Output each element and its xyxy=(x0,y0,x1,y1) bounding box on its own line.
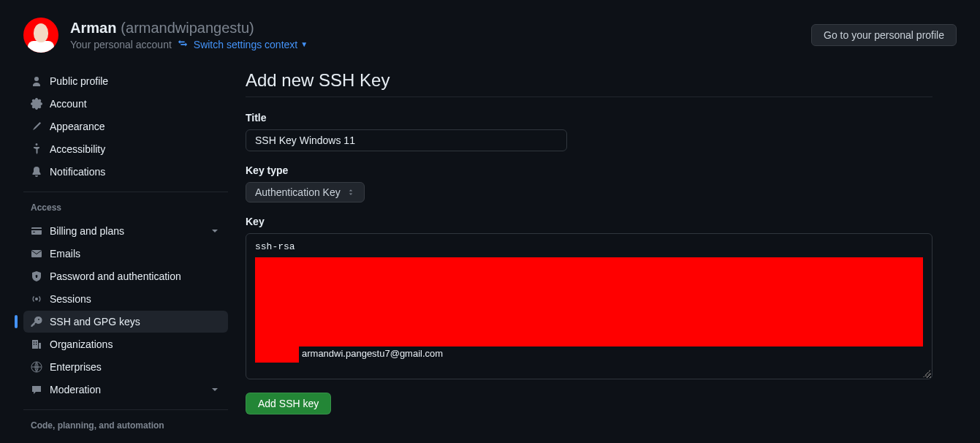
keytype-value: Authentication Key xyxy=(255,186,341,198)
header-left: Arman (armandwipangestu) Your personal a… xyxy=(23,18,308,53)
broadcast-icon xyxy=(31,293,42,305)
sidebar-item-label: Billing and plans xyxy=(50,225,124,237)
select-updown-icon xyxy=(346,188,355,197)
page-header: Arman (armandwipangestu) Your personal a… xyxy=(23,18,957,53)
gear-icon xyxy=(31,98,42,110)
title-input[interactable] xyxy=(246,129,567,151)
sidebar-item-label: Enterprises xyxy=(50,361,102,373)
key-suffix: armandwi.pangestu7@gmail.com xyxy=(302,348,443,359)
credit-card-icon xyxy=(31,225,42,237)
title-label: Title xyxy=(246,112,932,124)
go-to-profile-button[interactable]: Go to your personal profile xyxy=(811,24,957,46)
sidebar-item-label: Notifications xyxy=(50,166,105,178)
divider xyxy=(23,409,228,410)
username: (armandwipangestu) xyxy=(121,20,254,37)
globe-icon xyxy=(31,361,42,373)
sidebar-item-label: Appearance xyxy=(50,121,105,132)
sidebar-item-password[interactable]: Password and authentication xyxy=(23,265,228,287)
sidebar-heading-code: Code, planning, and automation xyxy=(23,416,228,438)
header-info: Arman (armandwipangestu) Your personal a… xyxy=(70,20,308,50)
keytype-select[interactable]: Authentication Key xyxy=(246,182,365,202)
person-icon xyxy=(31,75,42,87)
divider xyxy=(23,192,228,192)
redacted-block xyxy=(255,257,923,347)
key-label: Key xyxy=(246,216,932,227)
chevron-down-icon xyxy=(209,225,221,237)
sidebar-item-label: SSH and GPG keys xyxy=(50,316,140,327)
sidebar-item-public-profile[interactable]: Public profile xyxy=(23,70,228,92)
swap-icon xyxy=(178,38,188,50)
shield-lock-icon xyxy=(31,270,42,282)
sidebar-item-label: Accessibility xyxy=(50,143,105,155)
sidebar-item-label: Account xyxy=(50,98,87,110)
sidebar-item-label: Sessions xyxy=(50,293,91,305)
resize-handle-icon[interactable] xyxy=(923,370,930,377)
sidebar-heading-access: Access xyxy=(23,198,228,220)
comment-icon xyxy=(31,384,42,395)
sidebar-item-organizations[interactable]: Organizations xyxy=(23,333,228,355)
switch-context-link[interactable]: Switch settings context ▼ xyxy=(194,39,308,50)
sidebar-item-accessibility[interactable]: Accessibility xyxy=(23,138,228,160)
sidebar: Public profile Account Appearance Access… xyxy=(23,70,228,438)
sidebar-item-moderation[interactable]: Moderation xyxy=(23,379,228,401)
sidebar-item-label: Public profile xyxy=(50,75,108,87)
add-ssh-key-button[interactable]: Add SSH key xyxy=(246,393,331,414)
sidebar-item-account[interactable]: Account xyxy=(23,93,228,115)
keytype-label: Key type xyxy=(246,164,932,176)
key-icon xyxy=(31,316,42,327)
sidebar-item-label: Moderation xyxy=(50,384,101,395)
organization-icon xyxy=(31,338,42,350)
bell-icon xyxy=(31,166,42,178)
sidebar-item-label: Organizations xyxy=(50,338,113,350)
sidebar-item-label: Emails xyxy=(50,248,80,260)
page-title: Add new SSH Key xyxy=(246,70,932,97)
sidebar-item-sessions[interactable]: Sessions xyxy=(23,288,228,310)
sidebar-item-billing[interactable]: Billing and plans xyxy=(23,220,228,242)
sidebar-item-notifications[interactable]: Notifications xyxy=(23,161,228,183)
caret-down-icon: ▼ xyxy=(300,40,308,48)
key-textarea[interactable]: ssh-rsa armandwi.pangestu7@gmail.com xyxy=(246,233,932,379)
avatar[interactable] xyxy=(23,18,58,53)
key-prefix: ssh-rsa xyxy=(255,241,923,252)
chevron-down-icon xyxy=(209,384,221,395)
display-name: Arman xyxy=(70,20,116,37)
paintbrush-icon xyxy=(31,121,42,132)
sidebar-item-enterprises[interactable]: Enterprises xyxy=(23,356,228,378)
account-type-label: Your personal account xyxy=(70,39,172,50)
sidebar-item-appearance[interactable]: Appearance xyxy=(23,116,228,137)
sidebar-item-emails[interactable]: Emails xyxy=(23,243,228,265)
mail-icon xyxy=(31,248,42,260)
main-content: Add new SSH Key Title Key type Authentic… xyxy=(246,70,932,438)
sidebar-item-ssh-keys[interactable]: SSH and GPG keys xyxy=(23,311,228,333)
accessibility-icon xyxy=(31,143,42,155)
redacted-block-small xyxy=(255,347,299,363)
sidebar-item-label: Password and authentication xyxy=(50,270,181,282)
